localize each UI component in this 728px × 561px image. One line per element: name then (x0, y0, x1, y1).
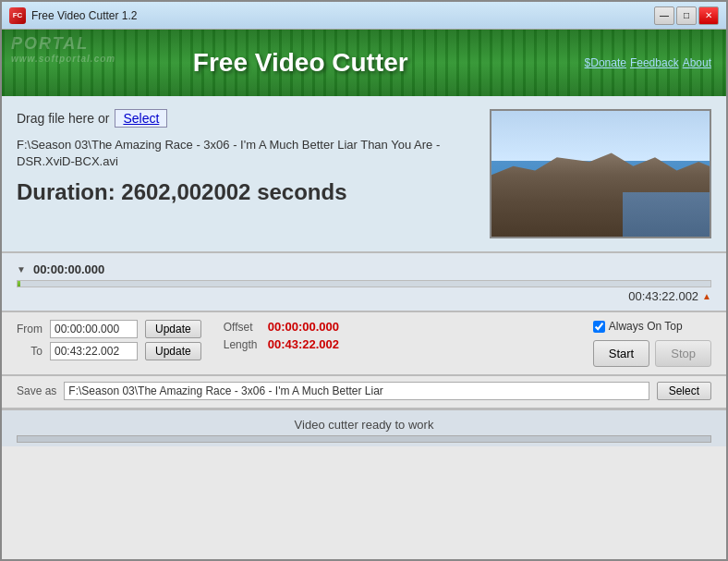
titlebar: FC Free Video Cutter 1.2 — □ ✕ (2, 2, 726, 30)
offset-length-block: Offset 00:00:00.000 Length 00:43:22.002 (224, 320, 339, 351)
timeline-footer: 00:43:22.002 ▲ (17, 289, 711, 303)
timeline-current-time: 00:00:00.000 (33, 262, 104, 276)
main-content: Drag file here or Select F:\Season 03\Th… (2, 96, 726, 559)
top-select-button[interactable]: Select (115, 109, 167, 128)
maximize-button[interactable]: □ (676, 6, 697, 25)
timeline-fill (18, 281, 20, 287)
to-update-button[interactable]: Update (145, 342, 201, 360)
banner: PORTAL www.softportal.com Free Video Cut… (2, 30, 726, 96)
main-window: FC Free Video Cutter 1.2 — □ ✕ PORTAL ww… (0, 0, 728, 561)
banner-title: Free Video Cutter (193, 48, 408, 78)
to-row: To Update (17, 342, 201, 360)
status-bar: Video cutter ready to work (2, 409, 726, 446)
timeline-arrow-right-icon: ▲ (702, 291, 711, 301)
always-on-top-row: Always On Top (593, 320, 711, 333)
to-input[interactable] (50, 342, 138, 360)
always-on-top-label: Always On Top (609, 320, 683, 333)
banner-links: $Donate Feedback About (585, 56, 711, 69)
from-label: From (17, 323, 42, 335)
from-input[interactable] (50, 320, 138, 338)
timeline-section: ▼ 00:00:00.000 00:43:22.002 ▲ (2, 253, 726, 312)
always-on-top-checkbox[interactable] (593, 321, 605, 333)
feedback-link[interactable]: Feedback (630, 56, 679, 69)
length-label: Length (224, 338, 262, 351)
saveas-select-button[interactable]: Select (657, 382, 711, 400)
top-section: Drag file here or Select F:\Season 03\Th… (2, 96, 726, 253)
window-title: Free Video Cutter 1.2 (31, 9, 654, 22)
close-button[interactable]: ✕ (698, 6, 719, 25)
offset-label: Offset (224, 321, 262, 334)
window-controls: — □ ✕ (654, 6, 719, 25)
to-label: To (17, 345, 42, 358)
status-text: Video cutter ready to work (17, 418, 711, 432)
timeline-bar[interactable] (17, 280, 711, 287)
timeline-arrow-left-icon: ▼ (17, 264, 26, 274)
saveas-row: Save as Select (17, 382, 711, 400)
offset-value: 00:00:00.000 (268, 320, 339, 334)
from-update-button[interactable]: Update (145, 320, 201, 338)
saveas-label: Save as (17, 384, 56, 397)
right-controls: Always On Top Start Stop (593, 320, 711, 367)
length-value: 00:43:22.002 (268, 337, 339, 351)
timeline-end-time: 00:43:22.002 (628, 289, 698, 303)
stop-button[interactable]: Stop (655, 340, 711, 367)
minimize-button[interactable]: — (654, 6, 674, 25)
video-sky (491, 111, 710, 161)
from-to-block: From Update To Update (17, 320, 201, 360)
file-info: Drag file here or Select F:\Season 03\Th… (17, 109, 479, 238)
controls-row: From Update To Update Offset 00:00:00.00… (17, 320, 711, 367)
saveas-section: Save as Select (2, 376, 726, 409)
start-button[interactable]: Start (593, 340, 649, 367)
drag-row: Drag file here or Select (17, 109, 479, 128)
saveas-input[interactable] (64, 382, 649, 400)
length-row: Length 00:43:22.002 (224, 337, 339, 351)
drag-text: Drag file here or (17, 111, 109, 126)
donate-link[interactable]: $Donate (585, 56, 626, 69)
progress-bar (17, 435, 711, 443)
controls-section: From Update To Update Offset 00:00:00.00… (2, 312, 726, 376)
app-icon: FC (9, 7, 26, 24)
video-preview (490, 109, 711, 238)
timeline-header: ▼ 00:00:00.000 (17, 262, 711, 276)
duration-display: Duration: 2602,002002 seconds (17, 179, 479, 205)
filename-display: F:\Season 03\The Amazing Race - 3x06 - I… (17, 137, 460, 170)
video-water (623, 192, 710, 237)
start-stop-block: Start Stop (593, 338, 711, 367)
watermark: PORTAL www.softportal.com (11, 34, 115, 64)
offset-row: Offset 00:00:00.000 (224, 320, 339, 334)
about-link[interactable]: About (683, 56, 711, 69)
from-row: From Update (17, 320, 201, 338)
